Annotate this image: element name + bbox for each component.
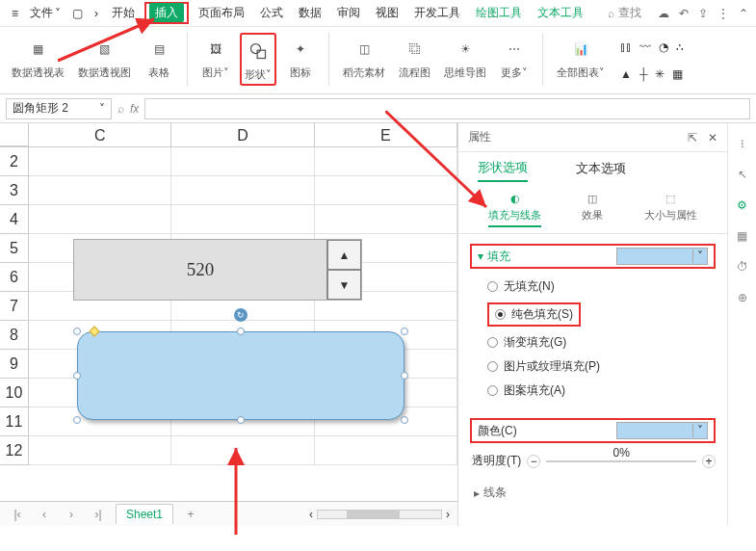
share-icon[interactable]: ⇪	[698, 7, 708, 20]
ribbon-pivot-chart[interactable]: ▧ 数据透视图	[74, 33, 135, 82]
col-header[interactable]: E	[315, 123, 457, 146]
tab-text-options[interactable]: 文本选项	[576, 156, 626, 181]
row-header[interactable]: 12	[0, 436, 29, 465]
tab-formula[interactable]: 公式	[254, 2, 289, 24]
ribbon-more[interactable]: ⋯ 更多˅	[496, 33, 533, 82]
cloud-icon[interactable]: ☁	[658, 7, 669, 20]
row-header[interactable]: 11	[0, 407, 29, 436]
horizontal-scrollbar[interactable]	[317, 510, 442, 519]
selection-handle[interactable]	[73, 372, 81, 380]
rounded-rectangle-shape[interactable]	[77, 331, 404, 420]
row-header[interactable]: 2	[0, 147, 29, 176]
bar-chart-icon[interactable]: ⫿⫿	[620, 40, 632, 54]
combo-chart-icon[interactable]: ▦	[672, 67, 683, 81]
row-header[interactable]: 5	[0, 234, 29, 263]
row-header[interactable]: 3	[0, 176, 29, 205]
ribbon-tables[interactable]: ▤ 表格	[141, 33, 177, 82]
color-picker[interactable]: ˅	[616, 422, 708, 439]
sheet-tab[interactable]: Sheet1	[116, 504, 173, 524]
subtab-effects[interactable]: ◫ 效果	[582, 193, 603, 227]
area-chart-icon[interactable]: ▲	[620, 67, 632, 81]
transparency-slider[interactable]: 0%	[546, 460, 696, 462]
radio-pattern-fill[interactable]: 图案填充(A)	[487, 382, 716, 399]
spin-down-button[interactable]: ▼	[327, 270, 361, 300]
selection-handle[interactable]	[73, 328, 81, 335]
row-header[interactable]: 7	[0, 292, 29, 321]
row-header[interactable]: 10	[0, 379, 29, 407]
tab-page-layout[interactable]: 页面布局	[193, 2, 250, 24]
first-sheet-button[interactable]: |‹	[8, 508, 27, 521]
radio-no-fill[interactable]: 无填充(N)	[487, 278, 716, 295]
ribbon-material[interactable]: ◫ 稻壳素材	[339, 33, 389, 82]
tab-view[interactable]: 视图	[370, 2, 404, 24]
radio-picture-fill[interactable]: 图片或纹理填充(P)	[487, 358, 716, 375]
ribbon-shapes[interactable]: 形状˅	[240, 33, 276, 86]
ribbon-all-charts[interactable]: 📊 全部图表˅	[553, 33, 609, 82]
col-header[interactable]: D	[171, 123, 314, 146]
plus-button[interactable]: +	[702, 455, 716, 468]
ribbon-pivot-table[interactable]: ▦ 数据透视表	[8, 33, 68, 82]
tab-start[interactable]: 开始	[106, 2, 141, 24]
link-icon[interactable]: ⊕	[738, 291, 747, 304]
col-header[interactable]: C	[29, 123, 171, 146]
add-sheet-button[interactable]: +	[181, 508, 200, 521]
selection-handle[interactable]	[237, 328, 245, 335]
row-header[interactable]: 8	[0, 321, 29, 350]
handle-icon[interactable]: ⫶	[740, 137, 745, 150]
stock-chart-icon[interactable]: ┼	[639, 67, 648, 81]
fill-section-title[interactable]: ▾ 填充	[478, 249, 510, 265]
last-sheet-button[interactable]: ›|	[89, 508, 108, 521]
ribbon-flowchart[interactable]: ⿻ 流程图	[395, 33, 434, 82]
file-menu[interactable]: 文件 ˅	[26, 3, 65, 23]
hamburger-menu[interactable]: ≡	[8, 5, 22, 22]
tab-text-tools[interactable]: 文本工具	[532, 2, 589, 24]
undo-icon[interactable]: ↶	[679, 7, 689, 20]
fx-label[interactable]: fx	[130, 102, 139, 116]
ribbon-icons[interactable]: ✦ 图标	[282, 33, 319, 82]
line-chart-icon[interactable]: 〰	[639, 40, 651, 54]
formula-input[interactable]	[144, 98, 750, 119]
search-placeholder[interactable]: 查找	[618, 5, 641, 21]
search-icon[interactable]: ⌕	[608, 7, 614, 20]
donut-chart-icon[interactable]: ◔	[659, 40, 668, 54]
row-header[interactable]: 9	[0, 350, 29, 379]
pin-icon[interactable]: ⇱	[688, 131, 697, 144]
collapse-ribbon-icon[interactable]: ⌃	[739, 7, 748, 20]
next-sheet-button[interactable]: ›	[62, 508, 81, 521]
tab-review[interactable]: 审阅	[331, 2, 366, 24]
tab-devtools[interactable]: 开发工具	[408, 2, 466, 24]
spin-up-button[interactable]: ▲	[327, 240, 361, 270]
cursor-icon[interactable]: ↖	[738, 168, 747, 181]
tab-insert[interactable]: 插入	[149, 3, 184, 22]
subtab-size[interactable]: ⬚ 大小与属性	[644, 193, 697, 227]
search-icon[interactable]: ⌕	[117, 102, 124, 116]
row-header[interactable]: 6	[0, 263, 29, 292]
name-box[interactable]: 圆角矩形 2 ˅	[6, 98, 112, 119]
scroll-left-icon[interactable]: ‹	[309, 508, 313, 521]
row-header[interactable]: 4	[0, 205, 29, 234]
tab-data[interactable]: 数据	[293, 2, 327, 24]
subtab-fill-line[interactable]: ◐ 填充与线条	[488, 193, 541, 227]
scroll-right-icon[interactable]: ›	[446, 508, 450, 521]
tab-drawing-tools[interactable]: 绘图工具	[470, 2, 528, 24]
radio-gradient-fill[interactable]: 渐变填充(G)	[487, 334, 716, 351]
selection-handle[interactable]	[401, 328, 408, 335]
spinner-control[interactable]: 520 ▲ ▼	[73, 239, 362, 301]
more-icon[interactable]: ⋮	[717, 7, 729, 20]
radar-chart-icon[interactable]: ✳	[655, 67, 665, 81]
minus-button[interactable]: −	[527, 455, 540, 468]
ribbon-pictures[interactable]: 🖼 图片˅	[197, 33, 234, 82]
toolbox-icon[interactable]: ▦	[737, 229, 747, 243]
prev-sheet-button[interactable]: ‹	[35, 508, 54, 521]
tab-shape-options[interactable]: 形状选项	[478, 155, 528, 182]
select-all-corner[interactable]	[0, 123, 29, 146]
settings-icon[interactable]: ⚙	[737, 198, 747, 212]
selection-handle[interactable]	[73, 416, 81, 424]
selection-handle[interactable]	[401, 416, 408, 424]
fill-color-picker[interactable]: ˅	[616, 248, 708, 265]
backup-icon[interactable]: ⏱	[737, 260, 748, 274]
rotate-handle[interactable]: ↻	[234, 308, 248, 322]
close-icon[interactable]: ✕	[708, 131, 717, 144]
selection-handle[interactable]	[401, 372, 408, 380]
ribbon-mindmap[interactable]: ☀ 思维导图	[440, 33, 490, 82]
